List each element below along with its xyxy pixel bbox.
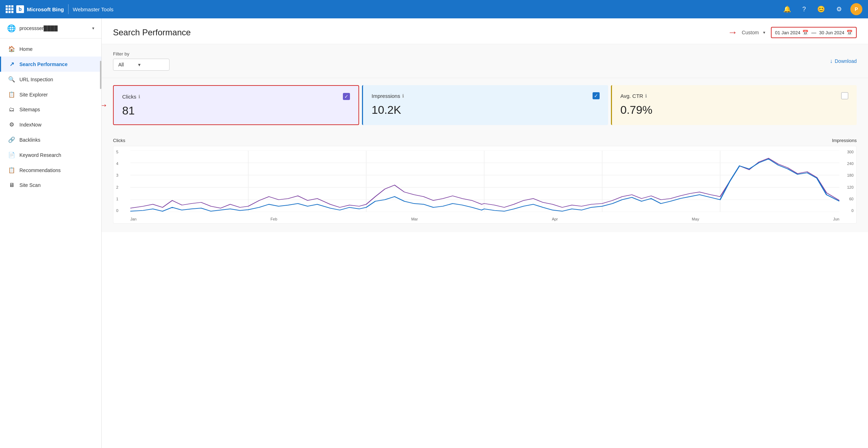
x-label-mar: Mar (411, 217, 418, 221)
impressions-value: 10.2K (371, 104, 599, 117)
sidebar-nav: 🏠 Home ↗ Search Performance 🔍 URL Inspec… (0, 39, 101, 448)
impressions-metric-title: Impressions ℹ (371, 93, 404, 99)
main-content: Search Performance → Custom ▾ 01 Jan 202… (102, 18, 868, 448)
impressions-metric-header: Impressions ℹ ✓ (371, 92, 599, 99)
download-icon: ↓ (830, 58, 833, 64)
sidebar-item-label-backlinks: Backlinks (19, 137, 40, 143)
sidebar-item-indexnow[interactable]: ⚙ IndexNow (0, 117, 101, 132)
y-right-240: 240 (847, 161, 854, 166)
date-start-field[interactable]: 01 Jan 2024 📅 (775, 30, 809, 35)
recommendations-icon: 📋 (8, 167, 15, 173)
search-icon: 🔍 (8, 76, 15, 83)
account-name: processser████ (19, 25, 92, 31)
y-left-2: 2 (116, 185, 118, 189)
sidebar-item-recommendations[interactable]: 📋 Recommendations (0, 163, 101, 178)
sidebar-item-site-explorer[interactable]: 📋 Site Explorer (0, 87, 101, 102)
ctr-metric-title: Avg. CTR ℹ (620, 93, 647, 99)
chart-x-labels: Jan Feb Mar Apr May Jun (130, 217, 839, 221)
home-icon: 🏠 (8, 46, 15, 52)
sidebar-item-label-indexnow: IndexNow (19, 122, 41, 128)
chart-clicks-label: Clicks (113, 138, 125, 143)
sidebar-item-site-scan[interactable]: 🖥 Site Scan (0, 178, 101, 193)
page-title: Search Performance (113, 28, 191, 37)
topbar-icons: 🔔 ? 😊 ⚙ P (780, 3, 862, 15)
sidebar-item-sitemaps[interactable]: 🗂 Sitemaps (0, 102, 101, 117)
grid-icon[interactable] (6, 5, 13, 13)
filter-by-container: Filter by All ▾ (113, 51, 170, 71)
sidebar-account[interactable]: 🌐 processser████ ▾ (0, 18, 101, 39)
sitemap-icon: 🗂 (8, 106, 15, 113)
topbar-divider (68, 4, 69, 14)
bing-logo: b (16, 5, 24, 13)
sidebar-item-keyword-research[interactable]: 📄 Keyword Research (0, 147, 101, 163)
filter-chevron-icon: ▾ (138, 62, 141, 67)
metrics-row: → Clicks ℹ ✓ 81 Impressions ℹ (102, 78, 868, 132)
sidebar-item-search-performance[interactable]: ↗ Search Performance (0, 57, 101, 72)
page-header: Search Performance → Custom ▾ 01 Jan 202… (102, 18, 868, 44)
sidebar-item-home[interactable]: 🏠 Home (0, 41, 101, 57)
arrow-annotation: → (728, 27, 738, 38)
sidebar-item-label-keyword-research: Keyword Research (19, 152, 61, 158)
date-range-selector[interactable]: 01 Jan 2024 📅 — 30 Jun 2024 📅 (771, 27, 857, 38)
ctr-checkbox[interactable] (841, 92, 848, 99)
bell-icon[interactable]: 🔔 (783, 5, 791, 13)
impressions-line (130, 158, 839, 208)
ctr-value: 0.79% (620, 104, 848, 117)
clicks-checkbox[interactable]: ✓ (343, 93, 350, 100)
gear-icon: ⚙ (8, 121, 15, 128)
y-right-180: 180 (847, 173, 854, 177)
emoji-icon[interactable]: 😊 (817, 5, 825, 13)
calendar-end-icon[interactable]: 📅 (846, 30, 852, 35)
chart-labels-row: Clicks Impressions (113, 138, 857, 143)
filter-select[interactable]: All ▾ (113, 59, 170, 71)
sidebar-item-label-search-performance: Search Performance (19, 61, 67, 67)
x-label-jan: Jan (130, 217, 137, 221)
sidebar-item-url-inspection[interactable]: 🔍 URL Inspection (0, 72, 101, 87)
impressions-checkbox[interactable]: ✓ (593, 92, 600, 99)
keyword-icon: 📄 (8, 152, 15, 158)
ctr-metric-card[interactable]: Avg. CTR ℹ 0.79% (611, 85, 857, 125)
app-name: Microsoft Bing (27, 6, 64, 12)
clicks-label: Clicks (122, 94, 136, 100)
table-icon: 📋 (8, 91, 15, 98)
sidebar-item-label-site-explorer: Site Explorer (19, 92, 48, 98)
trending-icon: ↗ (8, 61, 15, 67)
scrollbar[interactable] (100, 61, 101, 89)
clicks-metric-card[interactable]: Clicks ℹ ✓ 81 (113, 85, 359, 125)
custom-label: Custom (742, 30, 759, 35)
chart-svg (130, 151, 839, 212)
clicks-info-icon[interactable]: ℹ (138, 94, 140, 99)
date-end-value: 30 Jun 2024 (819, 30, 844, 35)
chevron-icon: ▾ (763, 30, 765, 35)
topbar-logo: b Microsoft Bing Webmaster Tools (6, 4, 113, 14)
ctr-label: Avg. CTR (620, 93, 643, 99)
sidebar-item-label-site-scan: Site Scan (19, 182, 41, 188)
settings-icon[interactable]: ⚙ (836, 5, 842, 13)
ctr-info-icon[interactable]: ℹ (645, 93, 647, 99)
date-end-field[interactable]: 30 Jun 2024 📅 (819, 30, 852, 35)
sidebar-item-backlinks[interactable]: 🔗 Backlinks (0, 132, 101, 147)
x-label-may: May (692, 217, 699, 221)
chart-y-left: 5 4 3 2 1 0 (116, 150, 118, 213)
clicks-metric-header: Clicks ℹ ✓ (122, 93, 350, 100)
help-icon[interactable]: ? (802, 6, 806, 13)
impressions-info-icon[interactable]: ℹ (402, 93, 404, 99)
sidebar-item-label-url-inspection: URL Inspection (19, 77, 53, 82)
link-icon: 🔗 (8, 136, 15, 143)
filter-value: All (118, 62, 124, 67)
sidebar: 🌐 processser████ ▾ 🏠 Home ↗ Search Perfo… (0, 18, 102, 448)
ctr-metric-header: Avg. CTR ℹ (620, 92, 848, 99)
sidebar-item-label-sitemaps: Sitemaps (19, 107, 40, 112)
chart-impressions-label: Impressions (832, 138, 857, 143)
avatar[interactable]: P (850, 3, 862, 15)
date-start-value: 01 Jan 2024 (775, 30, 801, 35)
topbar: b Microsoft Bing Webmaster Tools 🔔 ? 😊 ⚙… (0, 0, 868, 18)
download-label: Download (835, 58, 857, 64)
impressions-label: Impressions (371, 93, 400, 99)
impressions-metric-card[interactable]: Impressions ℹ ✓ 10.2K (362, 85, 608, 125)
calendar-start-icon[interactable]: 📅 (802, 30, 808, 35)
download-button[interactable]: ↓ Download (830, 58, 857, 64)
x-label-feb: Feb (270, 217, 277, 221)
filter-row: Filter by All ▾ ↓ Download (102, 44, 868, 78)
y-right-300: 300 (847, 150, 854, 154)
